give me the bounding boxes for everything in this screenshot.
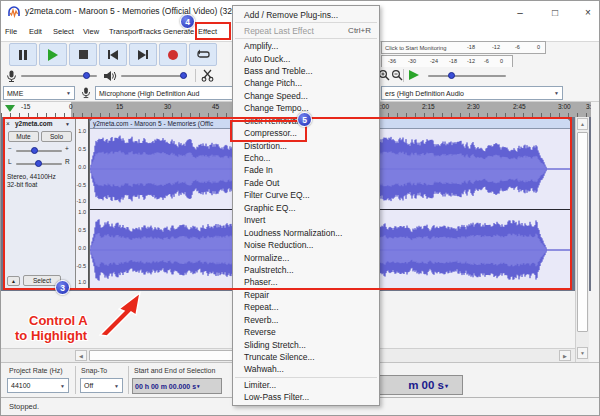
recording-device-select[interactable]: Microphone (High Definition Aud bbox=[95, 86, 235, 100]
effect-menu-item-reverb[interactable]: Reverb... bbox=[233, 314, 379, 326]
chevron-down-icon: ▾ bbox=[197, 383, 200, 389]
toolbar-separator bbox=[195, 69, 196, 82]
playback-meter-tick: 0 bbox=[500, 58, 503, 64]
effect-menu-item-label: Change Speed... bbox=[244, 91, 308, 101]
effect-menu-item-label: Repeat Last Effect bbox=[244, 26, 314, 36]
menu-separator bbox=[235, 22, 377, 23]
scissors-icon[interactable] bbox=[201, 69, 214, 82]
snap-to-select[interactable]: Off▼ bbox=[80, 378, 123, 393]
recording-meter-label: Click to Start Monitoring bbox=[385, 45, 447, 51]
menu-bar-item-transport[interactable]: Transport bbox=[109, 25, 141, 38]
play-button[interactable] bbox=[39, 43, 67, 66]
chevron-down-icon: ▼ bbox=[114, 383, 119, 389]
chevron-down-icon: ▼ bbox=[66, 90, 71, 96]
scroll-right-icon[interactable]: ▶ bbox=[559, 350, 571, 361]
timeline-play-pin-icon[interactable] bbox=[5, 105, 15, 112]
effect-annotation-box bbox=[195, 22, 231, 40]
recording-volume-thumb[interactable] bbox=[83, 72, 90, 79]
project-rate-select[interactable]: 44100▼ bbox=[7, 378, 69, 393]
menu-bar-item-tracks[interactable]: Tracks bbox=[139, 25, 161, 38]
effect-menu-item-truncate-silence[interactable]: Truncate Silence... bbox=[233, 351, 379, 363]
chevron-down-icon: ▼ bbox=[554, 90, 559, 96]
effect-menu-item-repeat-last-effect[interactable]: Repeat Last EffectCtrl+R bbox=[233, 24, 379, 36]
effect-menu-item-bass-and-treble[interactable]: Bass and Treble... bbox=[233, 65, 379, 77]
effect-menu-item-sliding-stretch[interactable]: Sliding Stretch... bbox=[233, 338, 379, 350]
effect-menu-item-label: Change Tempo... bbox=[244, 103, 309, 113]
pause-button[interactable] bbox=[9, 43, 37, 66]
effect-menu-item-limiter[interactable]: Limiter... bbox=[233, 379, 379, 391]
stop-button[interactable] bbox=[69, 43, 97, 66]
project-rate-label: Project Rate (Hz) bbox=[9, 367, 63, 374]
playback-meter-tick: -24 bbox=[430, 58, 438, 64]
microphone-icon bbox=[81, 87, 91, 99]
effect-menu-item-amplify[interactable]: Amplify... bbox=[233, 40, 379, 52]
effect-menu-item-add-remove-plug-ins[interactable]: Add / Remove Plug-ins... bbox=[233, 9, 379, 21]
vertical-scrollbar[interactable]: ▲ ▼ bbox=[575, 117, 589, 362]
effect-menu-item-label: Reverb... bbox=[244, 315, 279, 325]
track-annotation-box bbox=[3, 117, 572, 290]
close-button[interactable]: × bbox=[577, 4, 599, 21]
effect-menu-item-label: Change Pitch... bbox=[244, 78, 302, 88]
minimize-button[interactable]: – bbox=[509, 4, 531, 21]
selection-start-time-field[interactable]: 00 h 00 m 00.000 s▾ bbox=[132, 378, 222, 394]
play-speed-thumb[interactable] bbox=[448, 72, 455, 79]
effect-menu-item-label: Bass and Treble... bbox=[244, 66, 313, 76]
timeline-tick-label: 3:15 bbox=[586, 103, 591, 110]
maximize-button[interactable]: □ bbox=[544, 4, 566, 21]
effect-menu-item-auto-duck[interactable]: Auto Duck... bbox=[233, 52, 379, 64]
play-at-speed-icon[interactable] bbox=[409, 70, 419, 80]
play-speed-slider[interactable] bbox=[428, 75, 506, 77]
skip-to-start-button[interactable] bbox=[99, 43, 127, 66]
loop-button[interactable] bbox=[189, 43, 217, 66]
playback-meter-tick: -6 bbox=[484, 58, 489, 64]
effect-menu-item-change-pitch[interactable]: Change Pitch... bbox=[233, 77, 379, 89]
step-badge-5: 5 bbox=[297, 112, 312, 127]
window-title: y2meta.com - Maroon 5 - Memories (Offici… bbox=[25, 6, 260, 16]
timeline-tick-label: :00 bbox=[380, 103, 389, 110]
playback-meter-tick: -18 bbox=[449, 58, 457, 64]
playback-meter-tick: -36 bbox=[388, 58, 396, 64]
chevron-down-icon: ▾ bbox=[445, 382, 448, 389]
pause-icon bbox=[19, 50, 27, 60]
recording-meter-tick: -6 bbox=[515, 44, 520, 50]
vertical-scroll-thumb[interactable] bbox=[577, 132, 588, 332]
effect-menu-item-reverse[interactable]: Reverse bbox=[233, 326, 379, 338]
effect-menu-item-label: Sliding Stretch... bbox=[244, 340, 306, 350]
effect-menu-item-change-speed[interactable]: Change Speed... bbox=[233, 90, 379, 102]
selection-range-label: Start and End of Selection bbox=[134, 367, 215, 374]
recording-meter[interactable]: Click to Start Monitoring -18-12-60 bbox=[381, 41, 546, 54]
annotation-note-line1: Control A bbox=[29, 313, 88, 328]
audio-host-select[interactable]: MME▼ bbox=[3, 86, 75, 100]
playback-device-select[interactable]: ers (High Definition Audio▼ bbox=[381, 86, 563, 100]
menu-bar-item-edit[interactable]: Edit bbox=[29, 25, 42, 38]
menu-bar-item-file[interactable]: File bbox=[5, 25, 17, 38]
timeline-tick-label: 30 bbox=[164, 103, 171, 110]
playback-meter-tick: -30 bbox=[408, 58, 416, 64]
effect-menu-item-repair[interactable]: Repair bbox=[233, 289, 379, 301]
playback-volume-thumb[interactable] bbox=[180, 72, 187, 79]
timeline-tick-label: 3:00 bbox=[558, 103, 571, 110]
skip-to-end-button[interactable] bbox=[129, 43, 157, 66]
scroll-left-icon[interactable]: ◀ bbox=[75, 350, 87, 361]
scroll-up-icon[interactable]: ▲ bbox=[577, 118, 588, 130]
chevron-down-icon: ▼ bbox=[60, 383, 65, 389]
audacity-logo-icon bbox=[7, 5, 21, 19]
effect-menu-item-wahwah[interactable]: Wahwah... bbox=[233, 363, 379, 375]
timeline-tick-label: 2:45 bbox=[513, 103, 526, 110]
effect-menu-item-label: Amplify... bbox=[244, 41, 278, 51]
menu-bar-item-view[interactable]: View bbox=[83, 25, 99, 38]
playback-volume-slider[interactable] bbox=[121, 75, 187, 77]
scroll-down-icon[interactable]: ▼ bbox=[577, 347, 588, 359]
effect-menu-item-label: Add / Remove Plug-ins... bbox=[244, 10, 338, 20]
effect-menu-item-label: Repeat... bbox=[244, 302, 279, 312]
annotation-note-line2: to Highlight bbox=[15, 328, 87, 343]
record-button[interactable] bbox=[159, 43, 187, 66]
menu-bar-item-select[interactable]: Select bbox=[53, 25, 74, 38]
stop-icon bbox=[79, 50, 88, 59]
skip-to-end-icon bbox=[138, 50, 148, 60]
effect-menu-item-label: Wahwah... bbox=[244, 364, 284, 374]
effect-menu-item-repeat[interactable]: Repeat... bbox=[233, 301, 379, 313]
effect-menu-item-low-pass-filter[interactable]: Low-Pass Filter... bbox=[233, 391, 379, 403]
timeline-tick-label: -15 bbox=[21, 103, 30, 110]
menu-separator bbox=[235, 38, 377, 39]
